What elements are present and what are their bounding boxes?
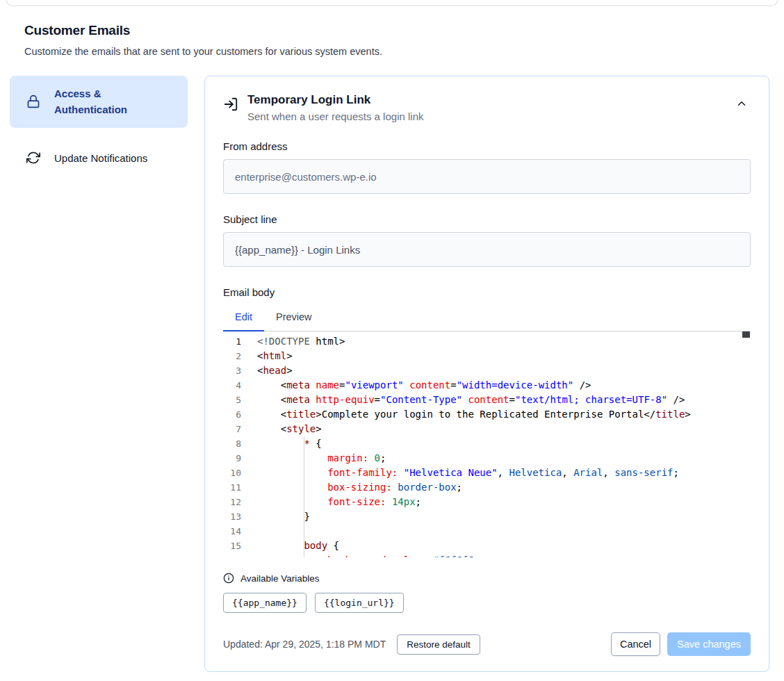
from-address-field: From address bbox=[223, 140, 751, 194]
available-variables-label: Available Variables bbox=[240, 573, 320, 584]
refresh-icon bbox=[26, 151, 40, 165]
sidebar-item-label: Access & Authentication bbox=[54, 85, 158, 118]
line-number: 10 bbox=[223, 466, 241, 480]
from-address-input[interactable] bbox=[223, 159, 751, 194]
code-line[interactable]: <meta name="viewport" content="width=dev… bbox=[257, 378, 741, 393]
cancel-button[interactable]: Cancel bbox=[611, 632, 660, 656]
subject-line-label: Subject line bbox=[223, 213, 751, 225]
section-subtitle: Sent when a user requests a login link bbox=[247, 110, 724, 122]
line-number: 2 bbox=[223, 349, 241, 363]
editor-code[interactable]: <!DOCTYPE html><html><head> <meta name="… bbox=[257, 334, 741, 557]
tab-preview[interactable]: Preview bbox=[264, 304, 324, 331]
code-line[interactable]: <title>Complete your login to the Replic… bbox=[257, 407, 741, 422]
editor-gutter: 12345678910111213141516 bbox=[223, 334, 241, 557]
collapse-section-button[interactable] bbox=[733, 95, 751, 115]
line-number: 3 bbox=[223, 363, 241, 378]
updated-timestamp: Updated: Apr 29, 2025, 1:18 PM MDT bbox=[223, 639, 386, 650]
from-address-label: From address bbox=[223, 140, 751, 152]
code-line[interactable]: <!DOCTYPE html> bbox=[257, 334, 741, 349]
lock-icon bbox=[26, 95, 40, 108]
line-number: 15 bbox=[223, 539, 241, 553]
subject-line-field: Subject line bbox=[223, 213, 751, 267]
sidebar: Access & Authentication Update Notificat… bbox=[10, 76, 188, 176]
code-editor[interactable]: 12345678910111213141516 <!DOCTYPE html><… bbox=[223, 331, 751, 557]
code-line[interactable]: <style> bbox=[257, 422, 741, 436]
restore-default-button[interactable]: Restore default bbox=[397, 634, 480, 655]
variable-chip-login-url[interactable]: {{login_url}} bbox=[315, 593, 404, 613]
code-line[interactable]: margin: 0; bbox=[257, 451, 741, 466]
chevron-up-icon bbox=[735, 97, 748, 112]
previous-card-bottom-edge bbox=[6, 0, 778, 6]
card-footer: Updated: Apr 29, 2025, 1:18 PM MDT Resto… bbox=[223, 632, 751, 656]
code-line[interactable]: <meta http-equiv="Content-Type" content=… bbox=[257, 393, 741, 407]
variable-chips: {{app_name}} {{login_url}} bbox=[223, 593, 751, 613]
code-line[interactable]: box-sizing: border-box; bbox=[257, 480, 741, 495]
line-number: 8 bbox=[223, 436, 241, 451]
sidebar-item-update-notifications[interactable]: Update Notifications bbox=[10, 140, 188, 176]
code-line[interactable]: body { bbox=[257, 539, 741, 553]
subject-line-input[interactable] bbox=[223, 232, 751, 267]
line-number: 9 bbox=[223, 451, 241, 466]
line-number: 1 bbox=[223, 334, 241, 349]
save-changes-button[interactable]: Save changes bbox=[667, 632, 751, 656]
code-line[interactable]: <head> bbox=[257, 363, 741, 378]
line-number: 5 bbox=[223, 393, 241, 407]
email-body-field: Email body Edit Preview 1234567891011121… bbox=[223, 286, 751, 557]
content-area: Access & Authentication Update Notificat… bbox=[0, 57, 784, 672]
email-settings-card: Temporary Login Link Sent when a user re… bbox=[204, 76, 769, 672]
editor-scrollbar-thumb[interactable] bbox=[742, 331, 750, 338]
code-line[interactable] bbox=[257, 524, 741, 539]
code-line[interactable]: font-size: 14px; bbox=[257, 495, 741, 509]
indent-guide bbox=[304, 436, 304, 557]
line-number: 16 bbox=[223, 553, 241, 557]
card-header: Temporary Login Link Sent when a user re… bbox=[223, 93, 751, 122]
sidebar-item-access-authentication[interactable]: Access & Authentication bbox=[10, 76, 188, 128]
line-number: 6 bbox=[223, 407, 241, 422]
tab-edit[interactable]: Edit bbox=[223, 304, 264, 331]
log-in-icon bbox=[223, 97, 238, 112]
section-title: Temporary Login Link bbox=[247, 93, 724, 107]
available-variables-header: Available Variables bbox=[223, 573, 751, 584]
code-line[interactable]: background-color: #f6f6f6; bbox=[257, 553, 741, 557]
page-description: Customize the emails that are sent to yo… bbox=[24, 46, 760, 57]
code-line[interactable]: * { bbox=[257, 436, 741, 451]
code-line[interactable]: } bbox=[257, 509, 741, 524]
line-number: 11 bbox=[223, 480, 241, 495]
line-number: 13 bbox=[223, 509, 241, 524]
page-header: Customer Emails Customize the emails tha… bbox=[0, 6, 784, 57]
email-body-tabs: Edit Preview bbox=[223, 304, 751, 331]
page-title: Customer Emails bbox=[24, 23, 760, 38]
code-line[interactable]: font-family: "Helvetica Neue", Helvetica… bbox=[257, 466, 741, 480]
info-icon bbox=[223, 573, 234, 584]
email-body-label: Email body bbox=[223, 286, 751, 298]
line-number: 7 bbox=[223, 422, 241, 436]
code-line[interactable]: <html> bbox=[257, 349, 741, 363]
line-number: 4 bbox=[223, 378, 241, 393]
variable-chip-app-name[interactable]: {{app_name}} bbox=[223, 593, 307, 613]
line-number: 12 bbox=[223, 495, 241, 509]
line-number: 14 bbox=[223, 524, 241, 539]
sidebar-item-label: Update Notifications bbox=[54, 150, 147, 166]
